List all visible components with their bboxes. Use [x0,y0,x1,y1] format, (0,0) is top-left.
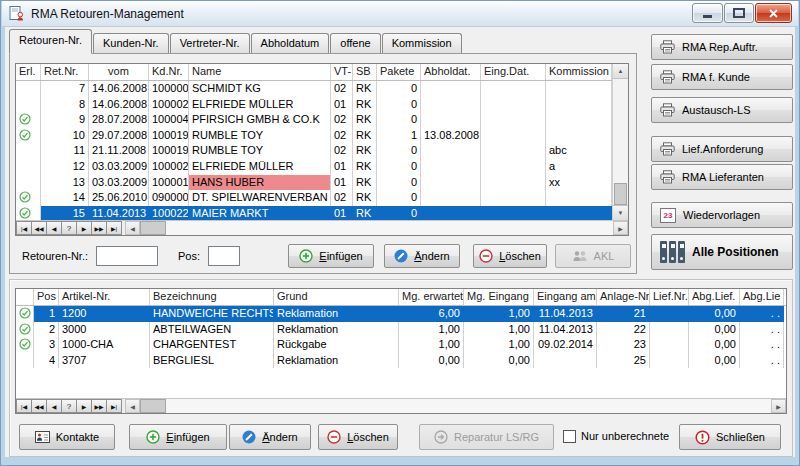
table-row[interactable]: 714.06.2008100000SCHMIDT KG02RK0 [16,81,612,97]
tab-kunden-nr[interactable]: Kunden-Nr. [93,33,169,53]
scroll-left-icon[interactable]: ◀ [125,399,140,413]
nav-next-fast-button[interactable]: ▶▶ [91,221,107,235]
column-header-kommission[interactable]: Kommission [546,64,612,80]
arrow-circle-icon [434,430,448,444]
kontakte-button[interactable]: Kontakte [19,424,115,450]
nav-prev-button[interactable]: ◀ [46,399,62,413]
column-header-erl[interactable]: Erl. [16,64,41,80]
scrollbar-track[interactable] [166,399,771,413]
retouren-nr-input[interactable] [96,246,158,266]
column-header-pakete[interactable]: Pakete [377,64,421,80]
tab-vertreter-nr[interactable]: Vertreter-Nr. [170,33,250,53]
side-button-lief-anforderung[interactable]: Lief.Anforderung [651,136,793,162]
edit-position-button[interactable]: Ändern [229,424,311,450]
column-header-eing-dat[interactable]: Eing.Dat. [481,64,546,80]
side-button-alle-positionen[interactable]: Alle Positionen [651,234,793,270]
column-header-sb[interactable]: SB [353,64,377,80]
scroll-right-icon[interactable]: ▶ [613,221,628,235]
column-header-vt[interactable]: VT- [331,64,353,80]
side-button-austausch-ls[interactable]: Austausch-LS [651,97,793,123]
nav-first-button[interactable]: |◀ [16,399,32,413]
nav-next-fast-button[interactable]: ▶▶ [91,399,107,413]
side-button-rma-rep-auftr[interactable]: RMA Rep.Auftr. [651,34,793,60]
column-header-artikel-nr[interactable]: Artikel-Nr. [59,289,150,305]
column-header-mg-eingang[interactable]: Mg. Eingang [464,289,534,305]
titlebar[interactable]: RMA Retouren-Management [2,1,798,27]
insert-position-button[interactable]: Einfügen [129,424,227,450]
close-button[interactable] [755,3,792,23]
column-header-name[interactable]: Name [189,64,331,80]
insert-button[interactable]: Einfügen [288,244,374,268]
column-header-lief-nr[interactable]: Lief.Nr. [650,289,689,305]
minimize-button[interactable] [692,3,723,23]
column-header-ret-nr[interactable]: Ret.Nr. [41,64,89,80]
column-header-mg-erwartet[interactable]: Mg. erwartet [399,289,464,305]
scroll-right-icon[interactable]: ▶ [771,399,786,413]
table-row[interactable]: 1121.11.2008100019RUMBLE TOY02RK0abc [16,143,612,159]
side-button-label: Lief.Anforderung [682,143,763,155]
close-window-button[interactable]: Schließen [679,424,781,450]
cell: RK [353,159,377,175]
nav-prev-button[interactable]: ◀ [46,221,62,235]
table-row[interactable]: 1425.06.2010090000DT. SPIELWARENVERBAN02… [16,190,612,206]
column-header-abg-lief[interactable]: Abg.Lief. [689,289,740,305]
cell: 11.04.2013 [534,322,597,338]
table-row[interactable]: 23000ABTEILWAGENReklamation1,001,0011.04… [16,322,786,338]
edit-button[interactable]: Ändern [384,244,460,268]
table-row[interactable]: 1203.03.2009100002ELFRIEDE MÜLLER01RK0a [16,159,612,175]
scroll-down-icon[interactable]: ▼ [613,205,628,220]
tab-retouren-nr[interactable]: Retouren-Nr. [9,29,92,54]
side-button-rma-lieferanten[interactable]: RMA Lieferanten [651,164,793,190]
delete-position-button[interactable]: Löschen [318,424,398,450]
column-header-abg-lie[interactable]: Abg.Lie [740,289,784,305]
column-header-kd-nr[interactable]: Kd.Nr. [149,64,189,80]
column-header-grund[interactable]: Grund [274,289,399,305]
nav-next-button[interactable]: ▶ [76,399,92,413]
tab-abholdatum[interactable]: Abholdatum [251,33,330,53]
nav-search-button[interactable]: ? [61,221,77,235]
column-header-vom[interactable]: vom [89,64,149,80]
scrollbar-thumb[interactable] [140,399,166,413]
scrollbar-thumb[interactable] [140,221,166,235]
horizontal-scrollbar[interactable]: ◀▶ [125,221,628,235]
table-row[interactable]: 11200HANDWEICHE RECHTSReklamation6,001,0… [16,306,786,322]
tab-offene[interactable]: offene [330,33,380,53]
table-row[interactable]: 1303.03.2009100001HANS HUBER01RK0xx [16,175,612,191]
scrollbar-track[interactable] [166,221,613,235]
column-header-pos[interactable]: Pos [34,289,59,305]
scroll-up-icon[interactable]: ▲ [613,64,628,79]
nav-prior-fast-button[interactable]: ◀◀ [31,399,47,413]
akl-button: AKL [555,244,631,268]
column-header-anlage-nr[interactable]: Anlage-Nr [597,289,650,305]
table-row[interactable]: 1029.07.2008100019RUMBLE TOY02RK113.08.2… [16,128,612,144]
delete-button[interactable]: Löschen [473,244,547,268]
column-header-eingang-am[interactable]: Eingang am [534,289,597,305]
cell: 090000 [149,190,189,206]
nav-first-button[interactable]: |◀ [16,221,32,235]
table-row[interactable]: 928.07.2008100004PFIRSICH GMBH & CO.K02R… [16,112,612,128]
scroll-left-icon[interactable]: ◀ [125,221,140,235]
vertical-scrollbar[interactable]: ▲ ▼ [612,64,628,220]
horizontal-scrollbar[interactable]: ◀▶ [125,399,786,413]
table-row[interactable]: 31000-CHACHARGENTESTRückgabe1,001,0009.0… [16,337,786,353]
tab-kommission[interactable]: Kommission [382,33,462,53]
nav-next-button[interactable]: ▶ [76,221,92,235]
cell: DT. SPIELWARENVERBAN [189,190,331,206]
nur-unberechnete-checkbox[interactable] [563,430,576,443]
pos-input[interactable] [208,246,240,266]
nav-last-button[interactable]: ▶| [106,399,122,413]
cell: 09.02.2014 [534,337,597,353]
table-row[interactable]: 43707BERGLIESLReklamation0,000,00250,00.… [16,353,786,369]
nav-last-button[interactable]: ▶| [106,221,122,235]
nav-search-button[interactable]: ? [61,399,77,413]
table-row[interactable]: 1511.04.2013100022MAIER MARKT01RK0 [16,206,612,220]
side-button-wiedervorlagen[interactable]: 23Wiedervorlagen [651,202,793,228]
column-header-abholdat[interactable]: Abholdat. [421,64,481,80]
column-header-bezeichnung[interactable]: Bezeichnung [150,289,274,305]
nav-prior-fast-button[interactable]: ◀◀ [31,221,47,235]
side-button-rma-f-kunde[interactable]: RMA f. Kunde [651,64,793,90]
column-header-indicator[interactable] [16,289,34,305]
maximize-button[interactable] [724,3,754,23]
scrollbar-thumb[interactable] [614,183,627,205]
table-row[interactable]: 814.06.2008100002ELFRIEDE MÜLLER01RK0 [16,97,612,113]
